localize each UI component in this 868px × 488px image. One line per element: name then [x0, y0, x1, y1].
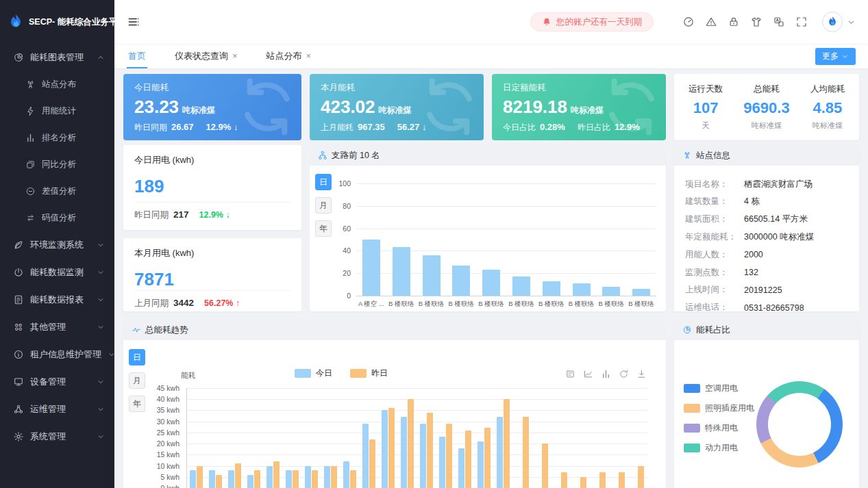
report-icon: [13, 294, 24, 305]
bar-今日-08 时: [343, 461, 349, 488]
legend-swatch: [295, 369, 311, 378]
site-row-value: 0531-82665798: [744, 303, 804, 313]
tab-仪表状态查询[interactable]: 仪表状态查询×: [173, 44, 239, 68]
tab-站点分布[interactable]: 站点分布×: [265, 44, 313, 68]
data-view-icon[interactable]: [565, 369, 575, 379]
sidebar-group-运维管理[interactable]: 运维管理: [0, 396, 114, 423]
warning-icon[interactable]: [705, 16, 717, 28]
lock-icon[interactable]: [728, 16, 740, 28]
chevron-down-icon: [97, 405, 105, 413]
y-tick-label: 5 kwh: [123, 473, 179, 481]
pie-legend-空调用电[interactable]: 空调用电: [684, 383, 754, 394]
donut-chart: [756, 381, 843, 467]
sidebar-item-差值分析[interactable]: 差值分析: [0, 178, 114, 205]
pie-chart: 空调用电照明插座用电特殊用电动力用电: [674, 340, 859, 488]
account-expiry-alert[interactable]: 您的账户还有一天到期: [530, 12, 654, 31]
bar-昨日-06 时: [312, 470, 318, 488]
gridline: [186, 454, 647, 455]
bar-今日-09 时: [362, 424, 369, 488]
bar-chart-icon[interactable]: [601, 369, 611, 379]
site-row-运维电话: 运维电话：0531-82665798: [685, 299, 852, 317]
site-info-list: 项目名称：栖霞湖滨财富广场建筑数量：4 栋建筑面积：66505.14 平方米年定…: [674, 166, 859, 311]
sidebar-group-能耗图表管理[interactable]: 能耗图表管理: [0, 44, 114, 71]
sidebar-menu: 能耗图表管理站点分布用能统计排名分析同比分析差值分析码值分析环境监测系统能耗数据…: [0, 44, 114, 450]
gridline: [186, 422, 647, 422]
tab-首页[interactable]: 首页: [127, 44, 147, 68]
more-button[interactable]: 更多: [815, 48, 856, 65]
swap-icon: [25, 213, 36, 223]
sidebar-group-设备管理[interactable]: 设备管理: [0, 368, 114, 396]
sidebar-group-其他管理[interactable]: 其他管理: [0, 313, 114, 341]
collapse-menu-icon[interactable]: [127, 15, 140, 29]
download-icon[interactable]: [636, 369, 647, 379]
sidebar-item-码值分析[interactable]: 码值分析: [0, 205, 114, 231]
close-icon[interactable]: ×: [306, 51, 312, 60]
period-toggle-日[interactable]: 日: [129, 349, 145, 365]
sidebar: SECP- 能耗综合业务平台 能耗图表管理站点分布用能统计排名分析同比分析差值分…: [0, 0, 114, 488]
close-icon[interactable]: ×: [232, 51, 238, 60]
gridline: [356, 296, 656, 296]
avatar[interactable]: [822, 12, 843, 32]
sidebar-group-能耗数据监测[interactable]: 能耗数据监测: [0, 259, 114, 286]
bar-昨日-09 时: [369, 439, 375, 488]
gridline: [356, 206, 656, 207]
bar-昨日-21 时: [599, 472, 606, 488]
tab-label: 站点分布: [266, 50, 302, 62]
stat-card-unit: 吨标准煤: [182, 105, 215, 115]
sidebar-group-系统管理[interactable]: 系统管理: [0, 423, 114, 450]
app-logo: SECP- 能耗综合业务平台: [0, 0, 114, 44]
bar-昨日-19 时: [561, 472, 567, 488]
pie-chart-icon: [13, 52, 24, 63]
theme-icon[interactable]: [750, 16, 762, 28]
leaf-icon: [13, 240, 24, 251]
y-tick-label: 20 kwh: [123, 439, 179, 448]
pie-legend-动力用电[interactable]: 动力用电: [684, 442, 754, 454]
site-panel-title: 站点信息: [696, 150, 730, 162]
y-axis-line: [186, 388, 187, 488]
y-tick-label: 30 kwh: [123, 418, 179, 426]
fullscreen-icon[interactable]: [795, 16, 808, 28]
pie-panel-header: 能耗占比: [674, 320, 859, 340]
pie-legend-特殊用电[interactable]: 特殊用电: [684, 422, 754, 434]
bar-昨日-22 时: [619, 472, 625, 488]
sidebar-item-用能统计[interactable]: 用能统计: [0, 98, 114, 125]
chevron-down-icon[interactable]: [847, 18, 856, 27]
pie-legend-照明插座用电[interactable]: 照明插座用电: [684, 402, 754, 414]
bar-昨日-16 时: [504, 399, 510, 488]
sidebar-group-环境监测系统[interactable]: 环境监测系统: [0, 231, 114, 259]
site-row-监测点数: 监测点数：132: [685, 264, 852, 281]
sidebar-group-能耗数据报表[interactable]: 能耗数据报表: [0, 286, 114, 313]
sidebar-group-租户信息维护管理[interactable]: 租户信息维护管理: [0, 341, 114, 368]
bar-今日-12 时: [420, 424, 426, 488]
usage-footer: 上月同期344256.27% ↑: [134, 290, 290, 309]
bar-今日-05 时: [286, 470, 292, 488]
bar-B 楼联络: [632, 289, 650, 296]
x-tick-label: B 楼联络: [386, 300, 417, 309]
refresh-icon[interactable]: [619, 369, 629, 379]
legend-今日[interactable]: 今日: [295, 368, 332, 379]
site-row-value: 20191225: [744, 285, 782, 295]
x-tick-label: B 楼联络: [506, 300, 536, 309]
line-chart-icon[interactable]: [583, 369, 593, 379]
bar-B 楼联络: [423, 255, 441, 296]
bar-今日-13 时: [439, 437, 445, 488]
bar-昨日-05 时: [293, 470, 299, 488]
site-row-建筑数量: 建筑数量：4 栋: [685, 193, 852, 211]
usage-card-本月用电 (kwh): 本月用电 (kwh)7871上月同期344256.27% ↑: [123, 238, 301, 311]
site-row-label: 建筑面积：: [685, 214, 744, 225]
summary-unit: 吨标准煤: [810, 120, 845, 131]
legend-昨日[interactable]: 昨日: [350, 368, 388, 379]
site-info-panel: 站点信息 项目名称：栖霞湖滨财富广场建筑数量：4 栋建筑面积：66505.14 …: [674, 145, 859, 311]
usage-foot-label: 上月同期: [134, 298, 169, 309]
sidebar-item-排名分析[interactable]: 排名分析: [0, 125, 114, 151]
sidebar-item-同比分析[interactable]: 同比分析: [0, 151, 114, 178]
dashboard-icon[interactable]: [682, 16, 695, 28]
legend-swatch: [684, 444, 700, 452]
translate-icon[interactable]: [773, 16, 785, 28]
bar-今日-11 时: [401, 417, 407, 488]
energy-share-panel: 能耗占比 空调用电照明插座用电特殊用电动力用电: [674, 320, 859, 488]
stat-foot-label: 昨日同期: [134, 122, 167, 133]
bar-B 楼联络: [543, 281, 560, 296]
bar-B 楼联络: [602, 287, 620, 296]
sidebar-item-站点分布[interactable]: 站点分布: [0, 71, 114, 98]
